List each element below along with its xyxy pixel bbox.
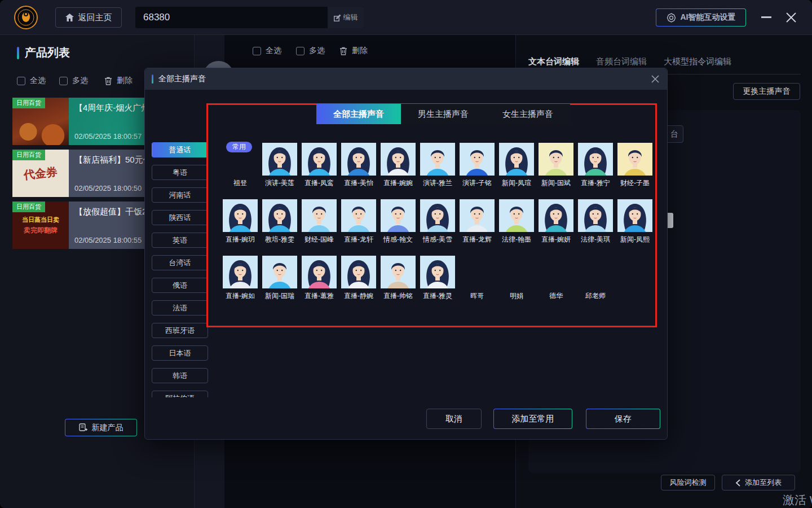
tab-大模型指令词编辑[interactable]: 大模型指令词编辑	[664, 56, 731, 67]
voice-item[interactable]: 直播-雅宁	[577, 143, 614, 188]
voice-avatar	[341, 199, 376, 232]
voice-avatar	[262, 256, 297, 288]
voice-name: 演讲-雅兰	[419, 178, 456, 188]
poster-text: 当日蒸当日卖	[22, 216, 59, 224]
page-title-text: 产品列表	[25, 45, 70, 60]
voice-item[interactable]: 直播-婉如	[222, 256, 259, 301]
voice-item[interactable]: 直播-雅灵	[419, 256, 456, 301]
canvas-delete-button[interactable]: 删除	[339, 46, 368, 56]
edit-button[interactable]: 编辑	[328, 7, 364, 28]
voice-item[interactable]: 教培-雅雯	[261, 199, 298, 244]
voice-item[interactable]: 演讲-美莲	[261, 143, 298, 188]
close-window-button[interactable]	[785, 11, 797, 24]
voice-item[interactable]: 法律-翰墨	[498, 199, 535, 244]
poster-text: 卖完即翻牌	[24, 226, 58, 235]
voice-avatar	[499, 143, 534, 176]
voice-item[interactable]: 直播-婉婉	[379, 143, 417, 188]
voice-avatar	[262, 199, 297, 232]
voice-item[interactable]: 直播-婉妍	[537, 199, 575, 244]
canvas-delete-label: 删除	[352, 46, 368, 56]
new-product-button[interactable]: 新建产品	[65, 419, 137, 436]
voice-tab-男生主播声音[interactable]: 男生主播声音	[401, 104, 486, 124]
ai-settings-label: AI智能互动设置	[681, 12, 736, 23]
select-all-checkbox[interactable]	[17, 77, 25, 85]
title-accent-bar	[17, 47, 19, 59]
voice-name: 演讲-子铭	[458, 178, 496, 188]
voice-item[interactable]: 情感-美雪	[419, 199, 456, 244]
voice-avatar	[262, 143, 297, 176]
canvas-multi-select[interactable]: 多选	[296, 46, 325, 56]
category-badge: 日用百货	[12, 202, 45, 212]
voice-name: 财经-子墨	[616, 178, 654, 188]
voice-name: 直播-凤鸾	[301, 178, 338, 188]
voice-item[interactable]: 明娟	[498, 291, 535, 301]
minimize-button[interactable]	[761, 16, 771, 18]
voice-item[interactable]: 新闻-国瑞	[261, 256, 298, 301]
new-product-icon	[79, 423, 87, 432]
trash-icon	[339, 47, 347, 55]
sidebar-delete-button[interactable]: 删除	[104, 76, 133, 86]
voice-name: 法律-翰墨	[498, 235, 535, 244]
edit-label: 编辑	[343, 12, 358, 23]
add-to-list-label: 添加至列表	[745, 478, 782, 488]
voice-item[interactable]: 新闻-凤熙	[616, 199, 654, 244]
voice-item[interactable]: 新闻-凤瑄	[498, 143, 535, 188]
voice-item[interactable]: 直播-龙轩	[340, 199, 377, 244]
multi-select-label: 多选	[72, 76, 88, 86]
voice-item[interactable]: 直播-静婉	[340, 256, 377, 301]
voice-item[interactable]: 演讲-子铭	[458, 143, 496, 188]
voice-item[interactable]: 情感-翰文	[379, 199, 417, 244]
back-home-button[interactable]: 返回主页	[55, 7, 122, 28]
room-id-input[interactable]: 68380 编辑	[135, 7, 364, 28]
voice-name: 情感-美雪	[419, 235, 456, 244]
voice-item[interactable]: 邱老师	[577, 291, 614, 301]
voice-item[interactable]: 新闻-国斌	[537, 143, 575, 188]
edit-icon	[334, 14, 341, 21]
risk-word-check-button[interactable]: 风险词检测	[661, 475, 715, 491]
ai-interaction-settings-button[interactable]: AI智能互动设置	[656, 8, 746, 27]
voice-avatar	[420, 199, 455, 232]
sidebar-select-all[interactable]: 全选	[17, 76, 46, 86]
canvas-select-all[interactable]: 全选	[253, 46, 281, 56]
voice-avatar	[302, 199, 337, 232]
voice-item[interactable]: 财经-国峰	[301, 199, 338, 244]
voice-name: 财经-国峰	[301, 235, 338, 244]
voice-item[interactable]: 演讲-雅兰	[419, 143, 456, 188]
voice-avatar	[578, 143, 613, 176]
app-logo	[14, 5, 38, 30]
product-timestamp: 02/05/2025 18:00:50	[74, 184, 142, 192]
voice-avatar	[381, 143, 416, 176]
add-to-list-button[interactable]: 添加至列表	[722, 475, 795, 491]
voice-avatar	[302, 143, 337, 176]
voice-name: 演讲-美莲	[261, 178, 298, 188]
voice-avatar	[617, 143, 652, 176]
canvas-multi-select-checkbox[interactable]	[296, 47, 304, 55]
voice-name: 直播-帅铭	[379, 291, 417, 301]
coupon-thumbnail: 日用百货代金券	[12, 150, 69, 197]
voice-tab-全部主播声音[interactable]: 全部主播声音	[316, 104, 401, 124]
voice-item[interactable]: 法律-美琪	[577, 199, 614, 244]
voice-item[interactable]: 直播-凤鸾	[301, 143, 338, 188]
multi-select-checkbox[interactable]	[59, 77, 68, 85]
tab-音频台词编辑[interactable]: 音频台词编辑	[596, 56, 647, 67]
voice-name: 新闻-凤瑄	[498, 178, 535, 188]
voice-avatar	[539, 199, 573, 232]
tab-文本台词编辑[interactable]: 文本台词编辑	[528, 56, 579, 67]
change-voice-button[interactable]: 更换主播声音	[733, 83, 800, 100]
voice-name: 直播-婉如	[222, 291, 259, 301]
voice-item[interactable]: 直播-龙辉	[458, 199, 496, 244]
coupon-text: 代金券	[23, 164, 58, 182]
voice-avatar	[499, 199, 534, 232]
voice-item[interactable]: 德华	[537, 291, 575, 301]
voice-item[interactable]: 祖登	[222, 178, 259, 188]
voice-item[interactable]: 直播-婉玥	[222, 199, 259, 244]
voice-item[interactable]: 财经-子墨	[616, 143, 654, 188]
voice-tab-女生主播声音[interactable]: 女生主播声音	[486, 104, 570, 124]
voice-item[interactable]: 直播-帅铭	[379, 256, 417, 301]
voice-item[interactable]: 直播-蕙雅	[301, 256, 338, 301]
product-timestamp: 02/05/2025 18:00:55	[74, 236, 142, 244]
sidebar-multi-select[interactable]: 多选	[59, 76, 88, 86]
voice-item[interactable]: 直播-美怡	[340, 143, 377, 188]
canvas-select-all-checkbox[interactable]	[253, 47, 261, 55]
voice-item[interactable]: 晖哥	[458, 291, 496, 301]
